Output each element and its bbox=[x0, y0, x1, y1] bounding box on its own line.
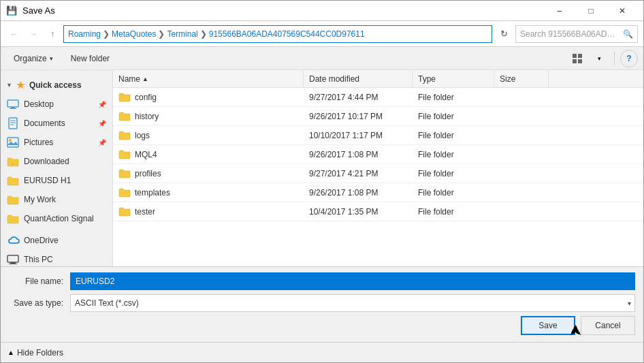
table-row[interactable]: templates 9/26/2017 1:08 PM File folder bbox=[113, 183, 643, 202]
table-row[interactable]: config 9/27/2017 4:44 PM File folder bbox=[113, 88, 643, 107]
cell-date-1: 9/26/2017 10:17 PM bbox=[304, 107, 413, 125]
new-folder-label: New folder bbox=[71, 54, 110, 63]
hide-folders-bar[interactable]: ▲ Hide Folders bbox=[1, 342, 643, 362]
onedrive-icon bbox=[6, 234, 20, 247]
cell-type-3: File folder bbox=[413, 145, 494, 163]
bottom-bar: File name: Save as type: ASCII Text (*.c… bbox=[1, 266, 643, 342]
breadcrumb-roaming[interactable]: Roaming bbox=[68, 29, 101, 39]
button-row: Save ⮝ Cancel bbox=[9, 316, 635, 336]
sidebar-item-documents[interactable]: Documents 📌 bbox=[1, 114, 112, 133]
toolbar-right: ▾ ? bbox=[568, 50, 638, 67]
quantaction-folder-icon bbox=[6, 212, 20, 225]
col-header-size[interactable]: Size bbox=[494, 70, 549, 87]
sidebar-item-mywork[interactable]: My Work bbox=[1, 190, 112, 209]
cell-type-5: File folder bbox=[413, 183, 494, 202]
toolbar-sep bbox=[614, 52, 615, 65]
table-row[interactable]: tester 10/4/2017 1:35 PM File folder bbox=[113, 202, 643, 221]
cell-date-3: 9/26/2017 1:08 PM bbox=[304, 145, 413, 163]
savetype-select[interactable]: ASCII Text (*.csv) CSV (Comma delimited)… bbox=[70, 294, 635, 312]
breadcrumb-id[interactable]: 915566BA06ADA407569C544CC0D97611 bbox=[209, 29, 365, 39]
save-btn-wrapper: Save ⮝ bbox=[521, 316, 575, 335]
organize-button[interactable]: Organize ▾ bbox=[6, 50, 61, 67]
cell-name-6: tester bbox=[113, 202, 304, 221]
quick-access-chevron-icon: ▼ bbox=[6, 82, 12, 89]
view-button[interactable] bbox=[568, 50, 587, 67]
cell-name-1: history bbox=[113, 107, 304, 125]
sidebar-item-desktop[interactable]: Desktop 📌 bbox=[1, 95, 112, 114]
breadcrumb-bar[interactable]: Roaming ❯ MetaQuotes ❯ Terminal ❯ 915566… bbox=[63, 25, 492, 43]
svg-rect-4 bbox=[7, 100, 18, 107]
help-button[interactable]: ? bbox=[620, 50, 638, 67]
table-row[interactable]: MQL4 9/26/2017 1:08 PM File folder bbox=[113, 145, 643, 164]
sidebar-quantaction-label: QuantAction Signal bbox=[24, 214, 107, 223]
col-header-name[interactable]: Name ▲ bbox=[113, 70, 304, 87]
organize-chevron-icon: ▾ bbox=[50, 55, 53, 62]
pin-pictures-icon: 📌 bbox=[97, 138, 107, 147]
maximize-button[interactable]: □ bbox=[575, 1, 607, 21]
help-label: ? bbox=[626, 54, 631, 63]
sidebar-documents-label: Documents bbox=[24, 119, 93, 128]
col-name-label: Name bbox=[118, 74, 140, 84]
up-button[interactable]: ↑ bbox=[44, 26, 61, 42]
view-dropdown-button[interactable]: ▾ bbox=[590, 50, 609, 67]
sidebar-item-thispc[interactable]: This PC bbox=[1, 250, 112, 266]
cell-date-0: 9/27/2017 4:44 PM bbox=[304, 88, 413, 106]
sep3: ❯ bbox=[200, 29, 207, 39]
breadcrumb-metaquotes[interactable]: MetaQuotes bbox=[112, 29, 156, 39]
cell-name-3: MQL4 bbox=[113, 145, 304, 163]
table-row[interactable]: profiles 9/27/2017 4:21 PM File folder bbox=[113, 164, 643, 183]
col-header-type[interactable]: Type bbox=[413, 70, 494, 87]
svg-rect-15 bbox=[10, 262, 16, 264]
dialog-icon: 💾 bbox=[6, 5, 17, 16]
filename-row: File name: bbox=[9, 272, 635, 290]
svg-point-12 bbox=[9, 139, 12, 142]
svg-rect-7 bbox=[9, 118, 17, 129]
table-row[interactable]: history 9/26/2017 10:17 PM File folder bbox=[113, 107, 643, 126]
eurusd-folder-icon bbox=[6, 174, 20, 187]
forward-button[interactable]: → bbox=[25, 26, 42, 42]
title-bar: 💾 Save As ‒ □ ✕ bbox=[1, 1, 643, 21]
documents-icon bbox=[6, 116, 20, 130]
col-header-date[interactable]: Date modified bbox=[304, 70, 413, 87]
cell-type-0: File folder bbox=[413, 88, 494, 106]
svg-text:↓: ↓ bbox=[12, 161, 14, 165]
pin-desktop-icon: 📌 bbox=[97, 99, 107, 109]
cell-size-3 bbox=[494, 145, 549, 163]
col-type-label: Type bbox=[418, 74, 436, 84]
sidebar-desktop-label: Desktop bbox=[24, 99, 93, 109]
svg-rect-11 bbox=[7, 138, 18, 147]
cell-name-5: templates bbox=[113, 183, 304, 202]
refresh-button[interactable]: ↻ bbox=[495, 25, 513, 43]
sidebar-item-onedrive[interactable]: OneDrive bbox=[1, 231, 112, 250]
star-icon: ★ bbox=[16, 80, 25, 91]
sidebar-quick-access-header[interactable]: ▼ ★ Quick access bbox=[1, 76, 112, 95]
back-button[interactable]: ← bbox=[6, 26, 22, 42]
cancel-button[interactable]: Cancel bbox=[581, 316, 635, 335]
sidebar-item-pictures[interactable]: Pictures 📌 bbox=[1, 133, 112, 152]
breadcrumb-terminal[interactable]: Terminal bbox=[167, 29, 197, 39]
hide-folders-chevron-icon: ▲ bbox=[7, 349, 14, 356]
address-bar: ← → ↑ Roaming ❯ MetaQuotes ❯ Terminal ❯ … bbox=[1, 21, 643, 47]
cell-size-4 bbox=[494, 164, 549, 183]
minimize-button[interactable]: ‒ bbox=[544, 1, 575, 21]
svg-rect-1 bbox=[578, 54, 582, 58]
new-folder-button[interactable]: New folder bbox=[63, 50, 117, 67]
folder-icon bbox=[118, 130, 131, 140]
cell-date-6: 10/4/2017 1:35 PM bbox=[304, 202, 413, 221]
sidebar-item-quantaction[interactable]: QuantAction Signal bbox=[1, 209, 112, 228]
cancel-label: Cancel bbox=[595, 321, 620, 330]
sidebar-item-downloaded[interactable]: ↓ Downloaded bbox=[1, 152, 112, 171]
close-button[interactable]: ✕ bbox=[607, 1, 638, 21]
sidebar-item-eurusd[interactable]: EURUSD H1 bbox=[1, 171, 112, 190]
cell-size-1 bbox=[494, 107, 549, 125]
hide-folders-label: Hide Folders bbox=[17, 348, 63, 358]
table-row[interactable]: logs 10/10/2017 1:17 PM File folder bbox=[113, 126, 643, 145]
save-button[interactable]: Save bbox=[521, 316, 575, 335]
cell-type-1: File folder bbox=[413, 107, 494, 125]
folder-icon bbox=[118, 187, 131, 198]
mywork-folder-icon bbox=[6, 193, 20, 206]
file-list: Name ▲ Date modified Type Size config bbox=[113, 70, 643, 266]
filename-input[interactable] bbox=[70, 272, 635, 290]
cell-name-4: profiles bbox=[113, 164, 304, 183]
search-box[interactable]: Search 915566BA06ADA4075... 🔍 bbox=[515, 25, 638, 43]
